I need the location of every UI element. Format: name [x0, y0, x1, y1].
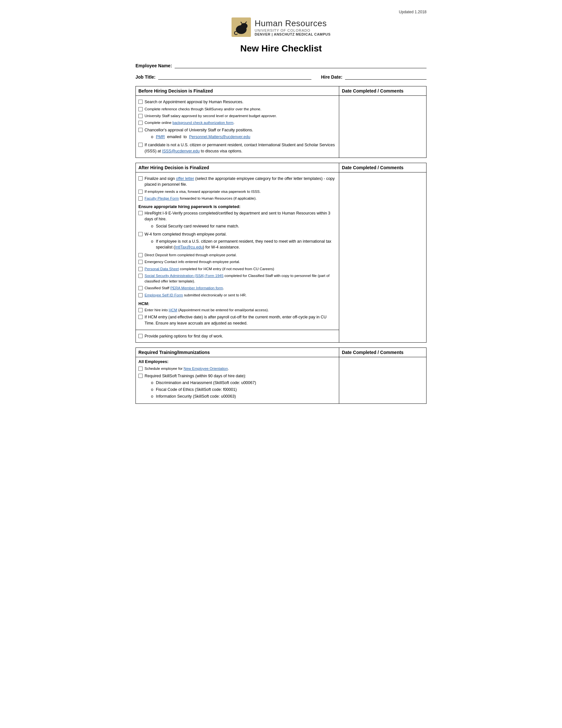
item-orientation: Schedule employee for New Employee Orien…: [145, 366, 229, 371]
section2-parking-row: Provide parking options for first day of…: [136, 330, 339, 343]
checkbox-6[interactable]: [138, 143, 143, 147]
list-item: Required SkillSoft Trainings (within 90 …: [138, 373, 336, 400]
checkbox-offer[interactable]: [138, 176, 143, 181]
section2-header: After Hiring Decision is Finalized: [136, 163, 339, 172]
sub-bullet: o PMR emailed to Personnel.Matters@ucden…: [151, 134, 253, 140]
checkbox-hcm-enter[interactable]: [138, 308, 143, 312]
list-item: Complete reference checks through SkillS…: [138, 106, 336, 112]
checkbox-visa[interactable]: [138, 190, 143, 194]
hire-date-label: Hire Date:: [321, 74, 342, 80]
offer-letter-link[interactable]: offer letter: [176, 176, 194, 181]
section3-date-cell: [339, 357, 426, 403]
checkbox-hireright[interactable]: [138, 211, 143, 215]
list-item: Provide parking options for first day of…: [138, 333, 336, 339]
checkbox-5[interactable]: [138, 128, 143, 132]
item-self-id: Employee Self ID Form submitted electron…: [145, 292, 247, 298]
hcm-link[interactable]: HCM: [169, 308, 177, 312]
section1-table: Before Hiring Decision is Finalized Date…: [136, 86, 426, 158]
section3-content: All Employees: Schedule employee for New…: [136, 357, 339, 403]
faculty-pledge-link[interactable]: Faculty Pledge Form: [145, 196, 179, 200]
checkbox-hcm-offcycle[interactable]: [138, 315, 143, 319]
checkbox-self-id[interactable]: [138, 293, 143, 297]
checkbox-4[interactable]: [138, 121, 143, 125]
skillsoft-item-3: Information Security (SkillSoft code: u0…: [156, 393, 236, 400]
all-employees-header: All Employees:: [138, 359, 336, 364]
updated-label: Updated 1.2018: [136, 10, 426, 14]
section3-table: Required Training/Immunizations Date Com…: [136, 347, 426, 403]
sub-bullet: o If employee is not a U.S. citizen or p…: [151, 238, 336, 251]
checkbox-w4[interactable]: [138, 232, 143, 236]
list-item: University Staff salary approved by seco…: [138, 113, 336, 119]
personal-data-link[interactable]: Personal Data Sheet: [145, 267, 179, 271]
job-title-line: [158, 73, 311, 80]
item-text-2: Complete reference checks through SkillS…: [145, 106, 261, 112]
sub-item: o If employee is not a U.S. citizen or p…: [151, 238, 336, 251]
pmr-link[interactable]: PMR: [156, 135, 165, 139]
isss-link[interactable]: ISSS@ucdenver.edu: [162, 149, 200, 153]
checkbox-3[interactable]: [138, 114, 143, 118]
list-item: Employee Self ID Form submitted electron…: [138, 292, 336, 298]
list-item: Social Security Administration (SSA) For…: [138, 273, 336, 284]
item-hcm-enter: Enter hire into HCM (Appointment must be…: [145, 307, 269, 313]
background-check-link[interactable]: background check authorization form: [172, 121, 234, 125]
page-title: New Hire Checklist: [136, 43, 426, 54]
item-ssa: Social Security Administration (SSA) For…: [145, 273, 336, 284]
item-pera: Classified Staff PERA Member Information…: [145, 285, 224, 291]
header-text: Human Resources UNIVERSITY OF COLORADO D…: [255, 18, 331, 36]
employee-name-field: Employee Name:: [136, 62, 426, 68]
section3-header: Required Training/Immunizations: [136, 348, 339, 357]
checkbox-pera[interactable]: [138, 286, 143, 290]
checkbox-1[interactable]: [138, 100, 143, 104]
section1-header: Before Hiring Decision is Finalized: [136, 86, 339, 96]
list-item: Faculty Pledge Form forwarded to Human R…: [138, 196, 336, 201]
list-item: Finalize and sign offer letter (select t…: [138, 176, 336, 188]
section3-date-header: Date Completed / Comments: [339, 348, 426, 357]
checkbox-emergency[interactable]: [138, 260, 143, 264]
item-emergency: Emergency Contact info entered through e…: [145, 259, 240, 265]
list-item: Search or Appointment approval by Human …: [138, 99, 336, 105]
skillsoft-item-1: Discrimination and Harassment (SkillSoft…: [156, 380, 256, 386]
orientation-link[interactable]: New Employee Orientation: [184, 367, 228, 370]
logo-container: C Human Resources UNIVERSITY OF COLORADO…: [232, 17, 331, 37]
item-text-6: If candidate is not a U.S. citizen or pe…: [145, 142, 336, 154]
list-item: If HCM entry (and effective date) is aft…: [138, 314, 336, 326]
section1-date-cell: [339, 96, 426, 158]
checkbox-personal-data[interactable]: [138, 267, 143, 271]
self-id-link[interactable]: Employee Self ID Form: [145, 293, 183, 297]
section1-content: Search or Appointment approval by Human …: [136, 96, 339, 158]
section1-date-header: Date Completed / Comments: [339, 86, 426, 96]
intltax-link[interactable]: IntlTax@cu.edu: [175, 245, 203, 249]
section2-date-header: Date Completed / Comments: [339, 163, 426, 172]
university-name: UNIVERSITY OF COLORADO: [255, 28, 331, 32]
checkbox-parking[interactable]: [138, 334, 143, 338]
personnel-matters-link[interactable]: Personnel.Matters@ucdenver.edu: [189, 135, 250, 139]
checkbox-direct-deposit[interactable]: [138, 253, 143, 257]
checkbox-faculty[interactable]: [138, 196, 143, 201]
item-parking: Provide parking options for first day of…: [145, 333, 223, 339]
section2-table: After Hiring Decision is Finalized Date …: [136, 163, 426, 343]
checkbox-orientation[interactable]: [138, 367, 143, 371]
campus-name: DENVER | ANSCHUTZ MEDICAL CAMPUS: [255, 32, 331, 36]
checkbox-ssa[interactable]: [138, 274, 143, 278]
item-text-3: University Staff salary approved by seco…: [145, 113, 277, 119]
hire-date-line: [345, 73, 426, 80]
hcm-header: HCM:: [138, 301, 336, 306]
item-text-1: Search or Appointment approval by Human …: [145, 99, 244, 105]
sub-bullet: o Social Security card reviewed for name…: [151, 223, 336, 229]
item-skillsoft: Required SkillSoft Trainings (within 90 …: [145, 373, 256, 400]
job-title-field: Job Title:: [136, 73, 311, 80]
ensure-header: Ensure appropriate hiring paperwork is c…: [138, 204, 336, 209]
list-item: If candidate is not a U.S. citizen or pe…: [138, 142, 336, 154]
checkbox-2[interactable]: [138, 107, 143, 111]
ssa-link[interactable]: Social Security Administration (SSA) For…: [145, 274, 224, 278]
sub-item: o Social Security card reviewed for name…: [151, 223, 336, 229]
list-item: Chancellor's approval of University Staf…: [138, 127, 336, 141]
list-item: W-4 form completed through employee port…: [138, 231, 336, 251]
item-w4: W-4 form completed through employee port…: [145, 231, 336, 251]
pera-link[interactable]: PERA Member Information form: [171, 286, 223, 290]
hr-title: Human Resources: [255, 18, 331, 28]
list-item: Enter hire into HCM (Appointment must be…: [138, 307, 336, 313]
skillsoft-sub-items: o Discrimination and Harassment (SkillSo…: [151, 380, 256, 399]
checkbox-skillsoft[interactable]: [138, 374, 143, 378]
skillsoft-item-2: Fiscal Code of Ethics (SkillSoft code: f…: [156, 387, 237, 393]
